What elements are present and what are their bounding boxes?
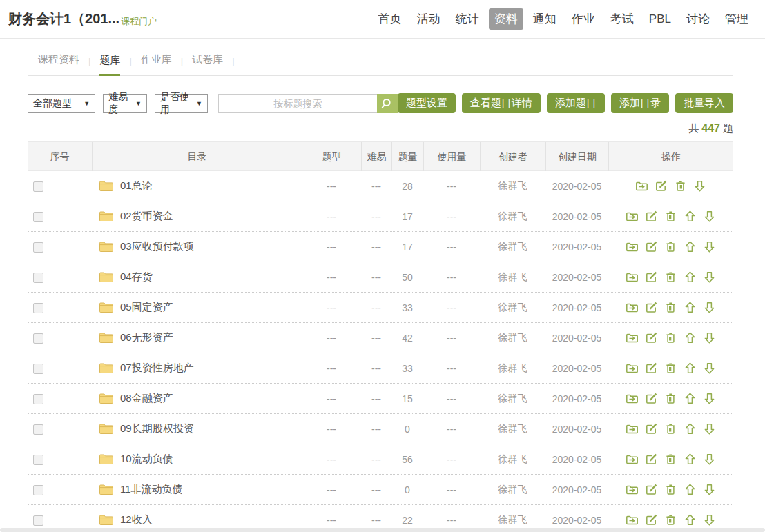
move-up-icon[interactable] [684, 453, 697, 466]
question-type-select[interactable]: 全部题型 ▼ [28, 94, 95, 113]
delete-icon[interactable] [664, 362, 677, 375]
move-down-icon[interactable] [703, 453, 716, 466]
action-button[interactable]: 批量导入 [675, 93, 733, 113]
edit-icon[interactable] [645, 362, 658, 375]
delete-icon[interactable] [664, 453, 677, 466]
move-to-folder-icon[interactable] [626, 331, 639, 344]
move-to-folder-icon[interactable] [626, 392, 639, 405]
row-checkbox[interactable] [33, 485, 43, 495]
nav-item[interactable]: 考试 [605, 8, 639, 30]
row-checkbox[interactable] [33, 181, 43, 192]
move-down-icon[interactable] [703, 301, 716, 314]
move-up-icon[interactable] [684, 422, 697, 435]
move-up-icon[interactable] [684, 301, 697, 314]
move-up-icon[interactable] [684, 483, 697, 496]
directory-name[interactable]: 03应收预付款项 [120, 240, 194, 253]
move-up-icon[interactable] [684, 513, 697, 526]
usage-select[interactable]: 是否使用 ▼ [155, 94, 208, 113]
tab[interactable]: 课程资料 [38, 53, 79, 75]
difficulty-select[interactable]: 难易度 ▼ [103, 94, 147, 113]
nav-item[interactable]: 资料 [489, 8, 523, 30]
edit-icon[interactable] [645, 210, 658, 223]
row-checkbox[interactable] [33, 333, 43, 344]
delete-icon[interactable] [664, 240, 677, 253]
row-checkbox[interactable] [33, 364, 43, 374]
row-checkbox[interactable] [33, 303, 43, 313]
nav-item[interactable]: 作业 [566, 8, 601, 30]
row-checkbox[interactable] [33, 273, 43, 283]
directory-name[interactable]: 10流动负债 [120, 453, 173, 466]
move-to-folder-icon[interactable] [626, 240, 639, 253]
move-to-folder-icon[interactable] [626, 513, 639, 526]
move-down-icon[interactable] [703, 483, 716, 496]
directory-name[interactable]: 11非流动负债 [120, 483, 183, 496]
delete-icon[interactable] [674, 179, 687, 193]
move-to-folder-icon[interactable] [635, 179, 648, 193]
move-down-icon[interactable] [693, 179, 706, 193]
row-checkbox[interactable] [33, 424, 43, 435]
edit-icon[interactable] [645, 240, 658, 253]
directory-name[interactable]: 02货币资金 [120, 210, 173, 223]
nav-item[interactable]: 通知 [527, 8, 562, 30]
move-up-icon[interactable] [684, 331, 697, 344]
directory-name[interactable]: 04存货 [120, 270, 153, 284]
nav-item[interactable]: 活动 [411, 8, 446, 30]
nav-item[interactable]: 管理 [719, 8, 754, 30]
move-up-icon[interactable] [684, 270, 697, 284]
horizontal-scrollbar[interactable] [0, 528, 765, 532]
move-up-icon[interactable] [684, 392, 697, 405]
move-to-folder-icon[interactable] [626, 270, 639, 284]
tab[interactable]: 题库 [99, 54, 120, 76]
course-portal-link[interactable]: 课程门户 [121, 11, 157, 28]
move-up-icon[interactable] [684, 362, 697, 375]
move-down-icon[interactable] [703, 270, 716, 284]
edit-icon[interactable] [645, 331, 658, 344]
row-checkbox[interactable] [33, 455, 43, 465]
delete-icon[interactable] [664, 301, 677, 314]
nav-item[interactable]: 讨论 [681, 8, 715, 30]
directory-name[interactable]: 05固定资产 [120, 301, 173, 314]
delete-icon[interactable] [664, 513, 677, 526]
edit-icon[interactable] [645, 301, 658, 314]
move-to-folder-icon[interactable] [626, 362, 639, 375]
row-checkbox[interactable] [33, 515, 43, 526]
action-button[interactable]: 题型设置 [398, 93, 456, 113]
edit-icon[interactable] [655, 179, 668, 193]
move-up-icon[interactable] [684, 210, 697, 223]
tab[interactable]: 作业库 [141, 53, 172, 75]
move-down-icon[interactable] [703, 513, 716, 526]
delete-icon[interactable] [664, 210, 677, 223]
edit-icon[interactable] [645, 270, 658, 284]
action-button[interactable]: 添加题目 [547, 93, 605, 113]
move-down-icon[interactable] [703, 331, 716, 344]
move-up-icon[interactable] [684, 240, 697, 253]
action-button[interactable]: 添加目录 [611, 93, 669, 113]
edit-icon[interactable] [645, 422, 658, 435]
nav-item[interactable]: PBL [643, 10, 677, 29]
move-down-icon[interactable] [703, 422, 716, 435]
directory-name[interactable]: 01总论 [120, 179, 153, 193]
action-button[interactable]: 查看题目详情 [462, 93, 541, 113]
row-checkbox[interactable] [33, 212, 43, 222]
row-checkbox[interactable] [33, 394, 43, 404]
tab[interactable]: 试卷库 [192, 53, 223, 75]
edit-icon[interactable] [645, 513, 658, 526]
move-down-icon[interactable] [703, 210, 716, 223]
edit-icon[interactable] [645, 392, 658, 405]
edit-icon[interactable] [645, 483, 658, 496]
delete-icon[interactable] [664, 270, 677, 284]
nav-item[interactable]: 统计 [450, 8, 485, 30]
directory-name[interactable]: 09长期股权投资 [120, 422, 194, 435]
search-input[interactable] [218, 94, 377, 113]
move-down-icon[interactable] [703, 240, 716, 253]
directory-name[interactable]: 08金融资产 [120, 392, 173, 405]
search-button[interactable] [377, 94, 398, 113]
move-to-folder-icon[interactable] [626, 301, 639, 314]
nav-item[interactable]: 首页 [373, 8, 407, 30]
move-to-folder-icon[interactable] [626, 210, 639, 223]
edit-icon[interactable] [645, 453, 658, 466]
directory-name[interactable]: 07投资性房地产 [120, 362, 194, 375]
move-to-folder-icon[interactable] [626, 483, 639, 496]
directory-name[interactable]: 06无形资产 [120, 331, 173, 344]
delete-icon[interactable] [664, 392, 677, 405]
